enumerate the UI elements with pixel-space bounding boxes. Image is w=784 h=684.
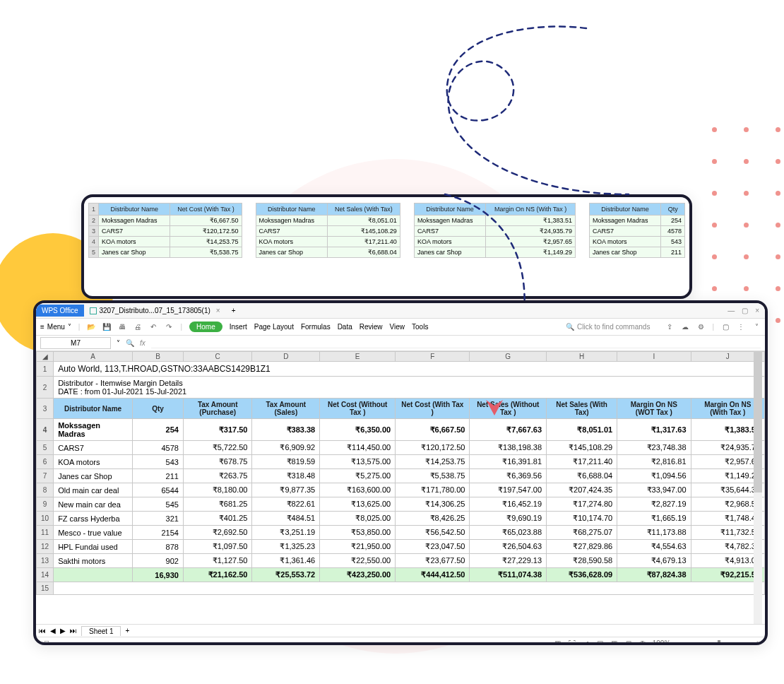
cell[interactable]: ₹8,426.25	[396, 512, 470, 526]
cell[interactable]: 16,930	[132, 568, 183, 582]
name-box[interactable]: M7	[40, 337, 111, 349]
cell[interactable]: ₹68,275.07	[547, 526, 617, 540]
cell[interactable]: Mesco - true value	[54, 526, 133, 540]
row-header[interactable]: 3	[37, 399, 54, 419]
cell[interactable]: KOA motors	[54, 455, 133, 469]
first-sheet-icon[interactable]: ⏮	[39, 627, 46, 635]
cell[interactable]: ₹484.51	[252, 512, 320, 526]
header-cell[interactable]: Net Sales (With Tax)	[547, 399, 617, 419]
header-cell[interactable]: Distributor Name	[54, 399, 133, 419]
cell[interactable]: ₹423,250.00	[320, 568, 396, 582]
normal-view-icon[interactable]: ▤	[596, 639, 605, 646]
maximize-icon[interactable]: ▢	[742, 307, 748, 314]
print-icon[interactable]: 🖶	[118, 323, 126, 331]
cell[interactable]: ₹2,816.81	[617, 455, 691, 469]
tab-review[interactable]: Review	[360, 323, 383, 331]
col-header[interactable]: C	[183, 352, 251, 362]
spreadsheet-grid[interactable]: ◢ A B C D E F G H I J 1Auto World, 113,T…	[36, 351, 765, 624]
cell[interactable]: Mokssagen Madras	[54, 419, 133, 441]
cell[interactable]: ₹4,679.13	[617, 554, 691, 568]
cell[interactable]: ₹207,424.35	[547, 483, 617, 497]
cell[interactable]: New main car dea	[54, 497, 133, 512]
cell[interactable]: ₹5,275.00	[320, 469, 396, 483]
cell[interactable]: ₹33,947.00	[617, 483, 691, 497]
tab-tools[interactable]: Tools	[412, 323, 428, 331]
cell[interactable]: 254	[132, 419, 183, 441]
cell[interactable]: Sakthi motors	[54, 554, 133, 568]
cell[interactable]: ₹9,877.35	[252, 483, 320, 497]
sheet-tab[interactable]: Sheet 1	[81, 626, 121, 636]
zoom-icon[interactable]: 🔍	[126, 339, 134, 347]
cell[interactable]: ₹10,174.70	[547, 512, 617, 526]
cell[interactable]: ₹53,850.00	[320, 526, 396, 540]
new-tab-button[interactable]: +	[226, 305, 242, 317]
cell[interactable]: ₹5,538.75	[170, 247, 242, 258]
cell[interactable]: ₹23,748.38	[617, 441, 691, 455]
cell[interactable]: ₹28,590.58	[547, 554, 617, 568]
cell[interactable]: ₹401.25	[183, 512, 251, 526]
cell[interactable]: 878	[132, 540, 183, 554]
cell[interactable]: ₹23,677.50	[396, 554, 470, 568]
col-header[interactable]: B	[132, 352, 183, 362]
tab-insert[interactable]: Insert	[230, 323, 247, 331]
cell[interactable]: ₹511,074.38	[470, 568, 547, 582]
tab-formulas[interactable]: Formulas	[301, 323, 331, 331]
cell[interactable]: ₹145,108.29	[547, 441, 617, 455]
zoom-level[interactable]: 100%	[653, 639, 671, 645]
reading-layout-icon[interactable]: ▦	[554, 639, 562, 646]
cell[interactable]: ₹444,412.50	[396, 568, 470, 582]
cell[interactable]: ₹114,450.00	[320, 441, 396, 455]
cell[interactable]: ₹263.75	[183, 469, 251, 483]
cell[interactable]: ₹14,253.75	[396, 455, 470, 469]
prev-sheet-icon[interactable]: ◀	[50, 627, 56, 635]
row-header[interactable]: 8	[37, 483, 54, 497]
cell[interactable]: ₹6,667.50	[396, 419, 470, 441]
cell[interactable]: ₹27,829.86	[547, 540, 617, 554]
cell[interactable]: ₹318.48	[252, 469, 320, 483]
cell[interactable]: ₹17,274.80	[547, 497, 617, 512]
cell[interactable]: ₹13,575.00	[320, 455, 396, 469]
last-sheet-icon[interactable]: ⏭	[70, 627, 77, 635]
cell[interactable]: 902	[132, 554, 183, 568]
row-header[interactable]: 11	[37, 526, 54, 540]
cell[interactable]: ₹2,692.50	[183, 526, 251, 540]
cell[interactable]: ₹14,253.75	[170, 237, 242, 247]
tab-data[interactable]: Data	[338, 323, 352, 331]
zoom-out-button[interactable]: −	[676, 639, 680, 645]
undo-icon[interactable]: ↶	[149, 323, 158, 331]
next-sheet-icon[interactable]: ▶	[60, 627, 66, 635]
subtitle-cell[interactable]: Distributor - Itemwise Margin DetailsDAT…	[54, 377, 765, 399]
cell[interactable]: ₹536,628.09	[547, 568, 617, 582]
row-header[interactable]: 13	[37, 554, 54, 568]
zoom-slider[interactable]	[686, 642, 749, 645]
cell[interactable]: ₹65,023.88	[470, 526, 547, 540]
cell[interactable]: ₹317.50	[183, 419, 251, 441]
col-header[interactable]: D	[252, 352, 320, 362]
cell[interactable]: ₹163,600.00	[320, 483, 396, 497]
row-header[interactable]: 1	[37, 362, 54, 377]
save-icon[interactable]: 💾	[102, 323, 111, 331]
col-header[interactable]: H	[547, 352, 617, 362]
cell[interactable]: ₹21,162.50	[183, 568, 251, 582]
tab-page-layout[interactable]: Page Layout	[254, 323, 294, 331]
cell[interactable]: ₹120,172.50	[170, 226, 242, 237]
menu-button[interactable]: ≡ Menu ˅	[40, 323, 71, 331]
cell[interactable]: ₹1,665.19	[617, 512, 691, 526]
settings-icon[interactable]: ⚙	[696, 323, 705, 331]
header-cell[interactable]: Qty	[132, 399, 183, 419]
cell[interactable]: ₹1,317.63	[617, 419, 691, 441]
cell[interactable]: ₹1,127.50	[183, 554, 251, 568]
open-icon[interactable]: 📂	[87, 323, 95, 331]
close-icon[interactable]: ×	[755, 307, 759, 314]
cell[interactable]: ₹197,547.00	[470, 483, 547, 497]
page-break-icon[interactable]: ⊞	[624, 639, 633, 646]
cell[interactable]: ₹16,391.81	[470, 455, 547, 469]
more-icon[interactable]: ⋮	[737, 323, 745, 331]
cell[interactable]: ₹21,950.00	[320, 540, 396, 554]
cell[interactable]	[54, 582, 765, 595]
document-tab[interactable]: 3207_Distributo...07_15_173805(1) ×	[84, 305, 226, 317]
eye-icon[interactable]: 👁	[639, 639, 647, 646]
cell[interactable]: HPL Fundai used	[54, 540, 133, 554]
row-header[interactable]: 5	[37, 441, 54, 455]
col-header[interactable]: E	[320, 352, 396, 362]
